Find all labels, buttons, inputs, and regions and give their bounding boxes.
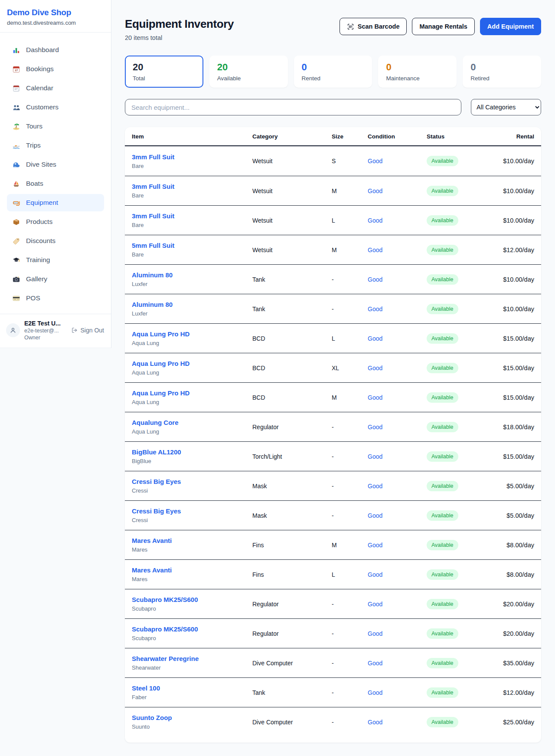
sidebar-item-tours[interactable]: Tours (7, 118, 104, 135)
condition-link[interactable]: Good (368, 365, 427, 371)
status-badge: Available (427, 245, 458, 255)
sidebar-item-customers[interactable]: Customers (7, 99, 104, 116)
sidebar-item-training[interactable]: Training (7, 251, 104, 269)
item-name-link[interactable]: BigBlue AL1200 (132, 448, 181, 456)
condition-link[interactable]: Good (368, 601, 427, 608)
sidebar-item-boats[interactable]: Boats (7, 175, 104, 192)
item-name-link[interactable]: Cressi Big Eyes (132, 478, 181, 485)
column-header-category: Category (252, 133, 332, 140)
column-header-status: Status (427, 133, 492, 140)
item-brand: Luxfer (132, 281, 252, 287)
condition-link[interactable]: Good (368, 483, 427, 490)
table-row: Mares Avanti Mares Fins L Good Available… (125, 559, 541, 589)
category-select[interactable]: All Categories (471, 99, 541, 115)
scan-barcode-button[interactable]: Scan Barcode (340, 18, 407, 35)
item-name-link[interactable]: Scubapro MK25/S600 (132, 625, 198, 633)
condition-link[interactable]: Good (368, 542, 427, 549)
item-brand: Mares (132, 576, 252, 582)
item-name-link[interactable]: Cressi Big Eyes (132, 507, 181, 515)
item-brand: Cressi (132, 487, 252, 494)
package-icon (12, 218, 20, 226)
column-header-size: Size (332, 133, 368, 140)
item-name-link[interactable]: Shearwater Peregrine (132, 655, 199, 662)
condition-link[interactable]: Good (368, 276, 427, 283)
main-content: Equipment Inventory 20 items total Scan … (111, 0, 555, 756)
sidebar: Demo Dive Shop demo.test.divestreams.com… (0, 0, 111, 348)
sign-out-button[interactable]: Sign Out (70, 325, 105, 335)
stat-card-rented[interactable]: 0 Rented (294, 56, 372, 88)
condition-link[interactable]: Good (368, 335, 427, 342)
condition-link[interactable]: Good (368, 158, 427, 164)
stat-card-total[interactable]: 20 Total (125, 56, 203, 88)
item-category: Wetsuit (252, 158, 332, 164)
item-name-link[interactable]: Mares Avanti (132, 566, 172, 574)
condition-link[interactable]: Good (368, 187, 427, 194)
sidebar-item-gallery[interactable]: Gallery (7, 270, 104, 288)
condition-link[interactable]: Good (368, 306, 427, 312)
item-name-link[interactable]: Aqua Lung Pro HD (132, 330, 189, 338)
barcode-scan-icon (347, 23, 354, 30)
item-name-link[interactable]: Aluminum 80 (132, 271, 173, 279)
sidebar-item-label: Boats (26, 180, 43, 187)
item-size: - (332, 483, 368, 490)
item-brand: Scubapro (132, 635, 252, 641)
condition-link[interactable]: Good (368, 247, 427, 253)
item-category: Tank (252, 276, 332, 283)
item-name-link[interactable]: 3mm Full Suit (132, 212, 174, 220)
bar-chart-icon (12, 46, 20, 54)
sidebar-item-products[interactable]: Products (7, 213, 104, 230)
manage-rentals-button[interactable]: Manage Rentals (412, 18, 474, 35)
sidebar-item-bookings[interactable]: 17 Bookings (7, 60, 104, 78)
add-equipment-button[interactable]: Add Equipment (480, 18, 541, 35)
status-badge: Available (427, 451, 458, 462)
stat-card-retired[interactable]: 0 Retired (463, 56, 541, 88)
item-category: Tank (252, 306, 332, 312)
table-row: Cressi Big Eyes Cressi Mask - Good Avail… (125, 500, 541, 530)
user-meta: E2E Test U... e2e-tester@... Owner (24, 320, 66, 341)
item-name-link[interactable]: Aqua Lung Pro HD (132, 389, 189, 397)
sidebar-item-discounts[interactable]: Discounts (7, 232, 104, 250)
item-name-link[interactable]: 3mm Full Suit (132, 153, 174, 161)
table-row: 3mm Full Suit Bare Wetsuit L Good Availa… (125, 205, 541, 235)
sidebar-item-calendar[interactable]: Calendar (7, 79, 104, 97)
condition-link[interactable]: Good (368, 394, 427, 401)
item-name-link[interactable]: Mares Avanti (132, 537, 172, 544)
sidebar-item-dashboard[interactable]: Dashboard (7, 41, 104, 59)
item-name-link[interactable]: 5mm Full Suit (132, 242, 174, 249)
search-input[interactable] (125, 99, 461, 115)
stat-card-maintenance[interactable]: 0 Maintenance (378, 56, 457, 88)
condition-link[interactable]: Good (368, 512, 427, 519)
table-header-row: Item Category Size Condition Status Rent… (125, 127, 541, 146)
item-name-link[interactable]: 3mm Full Suit (132, 183, 174, 190)
condition-link[interactable]: Good (368, 424, 427, 431)
condition-link[interactable]: Good (368, 571, 427, 578)
item-name-link[interactable]: Aqualung Core (132, 419, 179, 426)
status-badge: Available (427, 717, 458, 727)
rental-rate: $10.00/day (492, 276, 534, 283)
rental-rate: $5.00/day (492, 483, 534, 490)
condition-link[interactable]: Good (368, 217, 427, 224)
condition-link[interactable]: Good (368, 453, 427, 460)
item-name-link[interactable]: Steel 100 (132, 684, 160, 692)
condition-link[interactable]: Good (368, 719, 427, 726)
condition-link[interactable]: Good (368, 660, 427, 667)
item-name-link[interactable]: Suunto Zoop (132, 714, 172, 721)
sidebar-item-pos[interactable]: POS (7, 289, 104, 307)
item-size: L (332, 217, 368, 224)
condition-link[interactable]: Good (368, 689, 427, 696)
stat-card-available[interactable]: 20 Available (209, 56, 288, 88)
sidebar-item-equipment[interactable]: Equipment (7, 194, 104, 211)
item-category: Dive Computer (252, 719, 332, 726)
column-header-condition: Condition (368, 133, 427, 140)
item-name-link[interactable]: Aqua Lung Pro HD (132, 360, 189, 367)
header-actions: Scan Barcode Manage Rentals Add Equipmen… (340, 18, 541, 35)
item-size: - (332, 276, 368, 283)
item-name-link[interactable]: Aluminum 80 (132, 301, 173, 308)
sidebar-item-trips[interactable]: Trips (7, 137, 104, 154)
sidebar-item-dive-sites[interactable]: Dive Sites (7, 156, 104, 173)
sidebar-item-label: Tours (26, 122, 42, 130)
condition-link[interactable]: Good (368, 630, 427, 637)
status-badge: Available (427, 687, 458, 698)
item-name-link[interactable]: Scubapro MK25/S600 (132, 596, 198, 603)
item-brand: Bare (132, 192, 252, 199)
